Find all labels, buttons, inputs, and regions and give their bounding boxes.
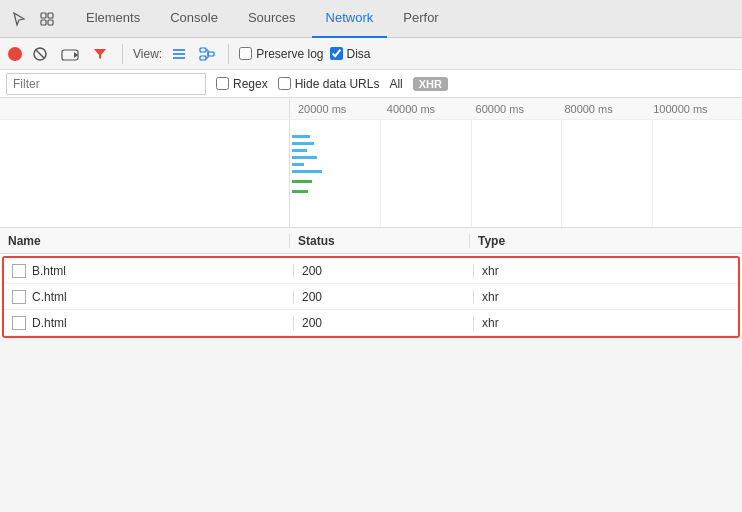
tab-bar: Elements Console Sources Network Perfor	[0, 0, 742, 38]
clear-button[interactable]	[28, 42, 52, 66]
highlighted-rows-group: B.html 200 xhr C.html 200 xhr D.html 200…	[2, 256, 740, 338]
grid-line	[380, 120, 381, 228]
grid-line	[652, 120, 653, 228]
svg-rect-12	[200, 56, 206, 60]
tick-3: 60000 ms	[476, 103, 565, 115]
col-status: Status	[290, 234, 470, 248]
row-checkbox[interactable]	[12, 316, 26, 330]
filter-bar: Regex Hide data URLs All XHR	[0, 70, 742, 98]
row-status: 200	[294, 290, 474, 304]
table-row[interactable]: B.html 200 xhr	[4, 258, 738, 284]
tab-network[interactable]: Network	[312, 0, 388, 38]
tab-elements[interactable]: Elements	[72, 0, 154, 38]
svg-rect-2	[41, 20, 46, 25]
wf-bar	[292, 149, 307, 152]
timeline-left-panel	[0, 120, 290, 228]
tab-sources[interactable]: Sources	[234, 0, 310, 38]
hide-data-urls-checkbox[interactable]: Hide data URLs	[278, 77, 380, 91]
list-view-button[interactable]	[168, 43, 190, 65]
row-type: xhr	[474, 264, 738, 278]
tick-4: 80000 ms	[564, 103, 653, 115]
row-type: xhr	[474, 316, 738, 330]
filter-input[interactable]	[6, 73, 206, 95]
all-filter[interactable]: All	[389, 77, 402, 91]
wf-bar	[292, 163, 304, 166]
network-toolbar: View: Preserve log Disa	[0, 38, 742, 70]
tick-5: 100000 ms	[653, 103, 742, 115]
svg-line-5	[36, 50, 44, 58]
col-type: Type	[470, 234, 742, 248]
tab-performance[interactable]: Perfor	[389, 0, 452, 38]
svg-rect-13	[208, 52, 214, 56]
wf-bar-green	[292, 180, 312, 183]
cursor-icon[interactable]	[8, 8, 30, 30]
table-header: Name Status Type	[0, 228, 742, 254]
row-status: 200	[294, 316, 474, 330]
timeline-area: 20000 ms 40000 ms 60000 ms 80000 ms 1000…	[0, 98, 742, 228]
svg-rect-0	[41, 13, 46, 18]
timeline-header: 20000 ms 40000 ms 60000 ms 80000 ms 1000…	[0, 98, 742, 120]
view-label: View:	[133, 47, 162, 61]
network-table: Name Status Type B.html 200 xhr C.html 2…	[0, 228, 742, 338]
tick-2: 40000 ms	[387, 103, 476, 115]
table-row[interactable]: C.html 200 xhr	[4, 284, 738, 310]
tree-view-button[interactable]	[196, 43, 218, 65]
wf-bar	[292, 135, 310, 138]
wf-bar	[292, 170, 322, 173]
wf-bar-green	[292, 190, 308, 193]
row-checkbox[interactable]	[12, 290, 26, 304]
regex-checkbox[interactable]: Regex	[216, 77, 268, 91]
wf-bar	[292, 156, 317, 159]
toolbar-divider	[122, 44, 123, 64]
toolbar-divider2	[228, 44, 229, 64]
preserve-log-checkbox[interactable]: Preserve log	[239, 47, 323, 61]
row-type: xhr	[474, 290, 738, 304]
grid-line	[471, 120, 472, 228]
timeline-ruler: 20000 ms 40000 ms 60000 ms 80000 ms 1000…	[290, 98, 742, 119]
tick-1: 20000 ms	[298, 103, 387, 115]
timeline-body	[0, 120, 742, 228]
svg-rect-1	[48, 13, 53, 18]
row-status: 200	[294, 264, 474, 278]
row-name: B.html	[4, 264, 294, 278]
col-name: Name	[0, 234, 290, 248]
tab-console[interactable]: Console	[156, 0, 232, 38]
table-row[interactable]: D.html 200 xhr	[4, 310, 738, 336]
row-name: C.html	[4, 290, 294, 304]
record-button[interactable]	[8, 47, 22, 61]
row-checkbox[interactable]	[12, 264, 26, 278]
xhr-filter[interactable]: XHR	[413, 77, 448, 91]
timeline-name-col	[0, 98, 290, 119]
wf-bar	[292, 142, 314, 145]
grid-line	[561, 120, 562, 228]
devtools-icons	[8, 8, 58, 30]
timeline-chart	[290, 120, 742, 228]
row-name: D.html	[4, 316, 294, 330]
layers-icon[interactable]	[36, 8, 58, 30]
disable-cache-checkbox[interactable]: Disa	[330, 47, 371, 61]
svg-rect-3	[48, 20, 53, 25]
camera-button[interactable]	[58, 42, 82, 66]
svg-rect-11	[200, 48, 206, 52]
filter-button[interactable]	[88, 42, 112, 66]
